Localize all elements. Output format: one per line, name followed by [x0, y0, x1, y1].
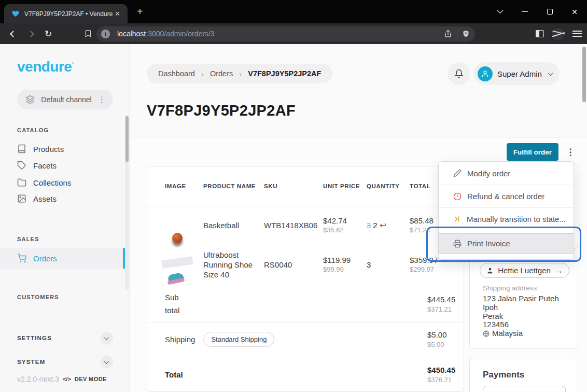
user-menu[interactable]: Super Admin: [473, 62, 560, 85]
payments-title: Payments: [483, 370, 524, 380]
product-name[interactable]: Basketball: [203, 220, 264, 230]
close-window-button[interactable]: ✕: [562, 0, 587, 23]
menu-item-manually-transition[interactable]: Manually transition to state...: [439, 208, 574, 230]
chevron-down-icon: [548, 71, 553, 76]
menu-item-refund-cancel-order[interactable]: Refund & cancel order: [439, 185, 574, 207]
quantity-new: 2: [373, 221, 377, 230]
breadcrumb-separator-icon: ›: [201, 69, 204, 78]
brave-shield-icon[interactable]: [462, 30, 470, 38]
subtotal-net: $371.21: [427, 305, 455, 313]
customer-name: Hettie Luettgen: [498, 266, 551, 275]
breadcrumb-item-dashboard[interactable]: Dashboard: [158, 69, 195, 78]
shipping-address: 123 Jalan Pasir Puteh Ipoh Perak 123456 …: [483, 295, 559, 338]
forward-button[interactable]: [22, 32, 39, 36]
sidebar-group-system[interactable]: SYSTEM: [17, 355, 113, 369]
address-line: 123456: [483, 320, 559, 329]
bell-icon: [454, 69, 464, 78]
column-header-sku: SKU: [264, 183, 323, 189]
person-icon: [486, 267, 494, 274]
browser-toolbar: ↻ i localhost:3000/admin/orders/3: [0, 23, 587, 44]
browser-menu-icon[interactable]: [572, 31, 582, 37]
sidebar-toggle-icon[interactable]: [536, 30, 544, 37]
sidebar-item-assets[interactable]: Assets: [0, 190, 130, 207]
order-actions-menu: Modify order Refund & cancel order Manua…: [438, 161, 574, 260]
menu-item-print-invoice[interactable]: Print Invoice: [439, 233, 574, 254]
channel-kebab-icon[interactable]: ⋮: [98, 95, 106, 104]
unit-price: $119.99: [323, 256, 367, 264]
breadcrumb: Dashboard › Orders › V7F8PJ9Y5P2JP2AF: [147, 64, 332, 83]
sidebar-item-facets[interactable]: Facets: [0, 157, 130, 174]
share-icon[interactable]: [444, 30, 452, 38]
vendure-admin-app: vendure° Default channel ⋮ CATALOG Produ…: [0, 44, 587, 392]
tab-close-icon[interactable]: ✕: [113, 10, 122, 18]
shipping-address-label: Shipping address: [483, 284, 537, 292]
sidebar-group-settings[interactable]: SETTINGS: [17, 331, 113, 345]
chevron-down-icon[interactable]: [100, 356, 113, 369]
shipping-label: Shipping: [165, 333, 195, 346]
reload-button[interactable]: ↻: [39, 29, 57, 39]
main-content: Dashboard › Orders › V7F8PJ9Y5P2JP2AF Su…: [130, 44, 587, 392]
vendure-logo: vendure°: [17, 59, 74, 75]
back-button[interactable]: [4, 32, 22, 36]
sidebar-scrollbar-thumb[interactable]: [125, 116, 129, 162]
code-icon: </>: [63, 376, 71, 382]
total-label: Total: [165, 368, 313, 381]
url-text[interactable]: localhost:3000/admin/orders/3: [117, 30, 444, 38]
channel-selector[interactable]: Default channel ⋮: [17, 90, 113, 109]
address-bar[interactable]: i localhost:3000/admin/orders/3: [96, 26, 475, 41]
dev-mode-label: DEV MODE: [75, 376, 107, 382]
image-icon: [17, 194, 26, 203]
cart-icon: [17, 254, 26, 263]
minimize-button[interactable]: [512, 0, 537, 23]
bookmark-icon[interactable]: [84, 30, 92, 38]
tab-title: V7F8PJ9Y5P2JP2AF • Vendure: [24, 10, 113, 18]
product-name[interactable]: Ultraboost Running Shoe Size 40: [203, 250, 264, 279]
address-line: Perak: [483, 312, 559, 321]
sidebar-item-collections[interactable]: Collections: [0, 174, 130, 191]
tab-search-chevron-icon[interactable]: [487, 0, 512, 23]
transition-state-icon: [453, 215, 461, 223]
sidebar-item-label: Orders: [33, 254, 57, 263]
browser-right-cluster: [536, 23, 582, 44]
new-tab-button[interactable]: +: [137, 6, 143, 17]
maximize-button[interactable]: [537, 0, 562, 23]
order-table: IMAGE PRODUCT NAME SKU UNIT PRICE QUANTI…: [147, 166, 464, 392]
version-row: v2.2.0-next.3 </> DEV MODE: [17, 375, 121, 383]
column-header-image: IMAGE: [165, 183, 203, 189]
menu-item-modify-order[interactable]: Modify order: [439, 162, 574, 185]
breadcrumb-item-orders[interactable]: Orders: [210, 69, 233, 78]
customer-card: Hettie Luettgen → Shipping address 123 J…: [469, 258, 578, 349]
browser-tab[interactable]: V7F8PJ9Y5P2JP2AF • Vendure ✕: [4, 4, 128, 23]
unit-price-net: $99.99: [323, 265, 367, 273]
product-sku: RS0040: [264, 260, 323, 269]
layers-icon: [25, 95, 35, 104]
sidebar-item-orders[interactable]: Orders: [0, 248, 130, 269]
payment-button-partial[interactable]: [483, 386, 566, 392]
customer-link-button[interactable]: Hettie Luettgen →: [480, 263, 569, 278]
browser-profile-avatar[interactable]: [551, 27, 565, 41]
table-header-row: IMAGE PRODUCT NAME SKU UNIT PRICE QUANTI…: [147, 166, 464, 206]
channel-label: Default channel: [35, 95, 98, 104]
page-header: Dashboard › Orders › V7F8PJ9Y5P2JP2AF Su…: [130, 44, 587, 137]
sidebar-item-products[interactable]: Products: [0, 141, 130, 157]
quantity-cell: 3: [367, 260, 410, 269]
summary-row-subtotal: Sub total $445.45 $371.21: [147, 285, 464, 323]
printer-icon: [453, 240, 462, 248]
fulfill-order-button[interactable]: Fulfill order: [507, 143, 558, 161]
chevron-down-icon[interactable]: [100, 332, 113, 345]
breadcrumb-separator-icon: ›: [239, 69, 242, 78]
page-scrollbar-thumb[interactable]: [582, 47, 586, 102]
version-label: v2.2.0-next.3: [17, 375, 59, 383]
table-row: Basketball WTB1418XB06 $42.74 $35.62 3 2…: [147, 206, 464, 244]
group-label: SETTINGS: [17, 335, 52, 341]
notifications-button[interactable]: [448, 62, 470, 85]
url-host: localhost: [117, 30, 146, 38]
column-header-product-name: PRODUCT NAME: [203, 183, 264, 189]
site-info-icon[interactable]: i: [101, 30, 110, 38]
column-header-unit-price: UNIT PRICE: [323, 183, 367, 189]
order-actions-kebab-button[interactable]: ⋮: [565, 143, 576, 161]
group-label: SYSTEM: [17, 359, 46, 365]
line-total-net: $299.97: [410, 265, 448, 273]
quantity-old: 3: [367, 221, 371, 230]
subtotal-label: Sub total: [165, 291, 188, 317]
